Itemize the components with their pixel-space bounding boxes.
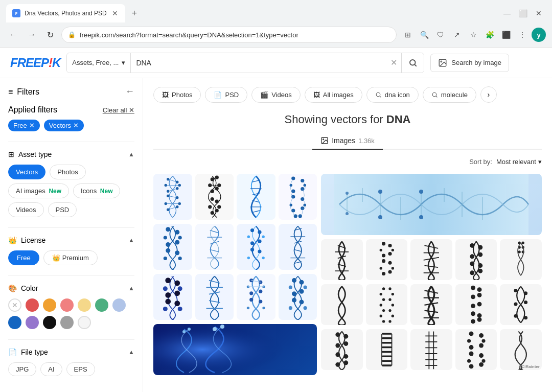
shield-icon[interactable]: 🛡 — [433, 28, 448, 42]
filter-tag-free[interactable]: Free ✕ — [8, 120, 40, 131]
dna-wave-banner[interactable] — [321, 174, 542, 235]
address-bar[interactable]: 🔒 freepik.com/search?format=search&query… — [61, 27, 397, 43]
translate-icon[interactable]: ⊞ — [401, 28, 415, 42]
dna-image-6[interactable] — [195, 224, 234, 270]
dna-image-10[interactable] — [195, 274, 234, 320]
asset-btn-psd[interactable]: PSD — [48, 202, 77, 217]
swatch-green[interactable] — [95, 298, 108, 312]
swatch-gray[interactable] — [60, 316, 74, 329]
license-buttons: Free 👑 Premium — [8, 250, 134, 265]
extension-icon[interactable]: 🧩 — [482, 28, 497, 42]
tab-videos[interactable]: 🎬 Videos — [251, 87, 301, 103]
maximize-button[interactable]: ⬜ — [519, 9, 527, 17]
dna-image-2[interactable] — [195, 174, 234, 220]
search-input[interactable] — [136, 59, 381, 67]
dna-image-3[interactable] — [237, 174, 275, 220]
tab-psd[interactable]: 📄 PSD — [205, 87, 247, 103]
images-count-tab[interactable]: Images 1.36k — [312, 132, 383, 150]
reload-button[interactable]: ↻ — [43, 28, 57, 42]
dna-banner[interactable] — [153, 324, 317, 375]
dna-sil-9[interactable] — [455, 284, 497, 325]
dna-sil-7[interactable] — [366, 284, 408, 325]
filters-back-button[interactable]: ← — [125, 86, 134, 97]
file-type-eps[interactable]: EPS — [66, 362, 95, 376]
share-icon[interactable]: ↗ — [450, 28, 464, 42]
svg-point-74 — [178, 257, 182, 260]
extensions-icon[interactable]: ⬛ — [499, 28, 513, 42]
search-clear-button[interactable]: ✕ — [386, 58, 401, 67]
photos-tab-icon: 🖼 — [162, 91, 169, 99]
profile-button[interactable]: y — [532, 28, 546, 42]
sort-select[interactable]: Most relevant ▾ — [496, 158, 542, 166]
swatch-purple[interactable] — [26, 316, 39, 329]
dna-sil-6[interactable] — [321, 284, 363, 325]
file-type-jpg[interactable]: JPG — [8, 362, 36, 376]
asset-type-header[interactable]: ⊞ Asset type ▲ — [8, 150, 134, 158]
dna-sil-3[interactable] — [410, 239, 452, 280]
color-header[interactable]: 🎨 Color ▲ — [8, 284, 134, 292]
dna-sil-5[interactable] — [500, 239, 542, 280]
swatch-red[interactable] — [26, 298, 39, 312]
tab-all-images[interactable]: 🖼 All images — [305, 87, 362, 103]
swatch-pink[interactable] — [60, 298, 74, 312]
tab-dna-icon[interactable]: dna icon — [366, 87, 419, 103]
asset-btn-videos[interactable]: Videos — [8, 202, 44, 217]
search-button[interactable] — [401, 53, 424, 73]
remove-vectors-icon[interactable]: ✕ — [73, 122, 79, 129]
dna-image-8[interactable] — [279, 224, 317, 270]
dna-sil-13[interactable] — [410, 329, 452, 370]
dna-sil-1[interactable] — [321, 239, 363, 280]
dna-image-9[interactable] — [153, 274, 192, 320]
swatch-yellow[interactable] — [78, 298, 91, 312]
swatch-orange[interactable] — [43, 298, 56, 312]
tab-close-button[interactable]: ✕ — [111, 8, 119, 18]
file-type-ai[interactable]: AI — [40, 362, 62, 376]
swatch-white[interactable] — [78, 316, 91, 329]
dna-sil-2[interactable] — [366, 239, 408, 280]
freepik-logo[interactable]: FREEP!K — [10, 56, 60, 70]
star-icon[interactable]: ☆ — [466, 28, 480, 42]
tab-photos[interactable]: 🖼 Photos — [153, 87, 201, 103]
swatch-blue[interactable] — [8, 316, 21, 329]
dna-sil-15[interactable]: SCIRainter — [500, 329, 542, 370]
asset-btn-ai-images[interactable]: AI images New — [8, 183, 69, 198]
dna-sil-4[interactable] — [455, 239, 497, 280]
sort-bar: Sort by: Most relevant ▾ — [153, 158, 542, 166]
close-button[interactable]: ✕ — [536, 9, 542, 17]
dna-image-1[interactable] — [153, 174, 192, 220]
clear-all-button[interactable]: Clear all ✕ — [103, 106, 134, 114]
asset-btn-photos[interactable]: Photos — [50, 165, 85, 179]
remove-free-icon[interactable]: ✕ — [29, 122, 35, 129]
file-type-header[interactable]: 📄 File type ▲ — [8, 348, 134, 356]
more-tabs-button[interactable]: › — [480, 86, 497, 103]
dna-sil-8[interactable] — [410, 284, 452, 325]
new-tab-button[interactable]: + — [127, 6, 142, 20]
dna-sil-12[interactable] — [366, 329, 408, 370]
license-header[interactable]: 👑 License ▲ — [8, 236, 134, 244]
dna-image-7[interactable] — [237, 224, 275, 270]
swatch-black[interactable] — [43, 316, 56, 329]
tab-molecule[interactable]: molecule — [423, 87, 476, 103]
search-dropdown[interactable]: Assets, Free, ... ▾ — [67, 53, 131, 73]
asset-btn-icons[interactable]: Icons New — [73, 183, 120, 198]
more-icon[interactable]: ⋮ — [515, 28, 530, 42]
license-premium-button[interactable]: 👑 Premium — [43, 250, 98, 265]
search-by-image-button[interactable]: Search by image — [430, 54, 509, 72]
asset-btn-vectors[interactable]: Vectors — [8, 165, 45, 179]
swatch-light-blue[interactable] — [112, 298, 126, 312]
active-tab[interactable]: F Dna Vectors, Photos and PSD ✕ — [6, 4, 125, 22]
minimize-button[interactable]: — — [503, 9, 511, 17]
dna-image-5[interactable] — [153, 224, 192, 270]
dna-sil-14[interactable] — [455, 329, 497, 370]
dna-image-12[interactable] — [279, 274, 317, 320]
license-free-button[interactable]: Free — [8, 250, 39, 265]
dna-sil-10[interactable] — [500, 284, 542, 325]
search-icon[interactable]: 🔍 — [417, 28, 431, 42]
dna-image-4[interactable] — [279, 174, 317, 220]
dna-sil-11[interactable] — [321, 329, 363, 370]
filter-tag-vectors[interactable]: Vectors ✕ — [44, 120, 84, 131]
dna-image-11[interactable] — [237, 274, 275, 320]
swatch-no-color[interactable]: ✕ — [8, 298, 21, 312]
back-button[interactable]: ← — [6, 28, 20, 42]
forward-button[interactable]: → — [25, 28, 39, 42]
